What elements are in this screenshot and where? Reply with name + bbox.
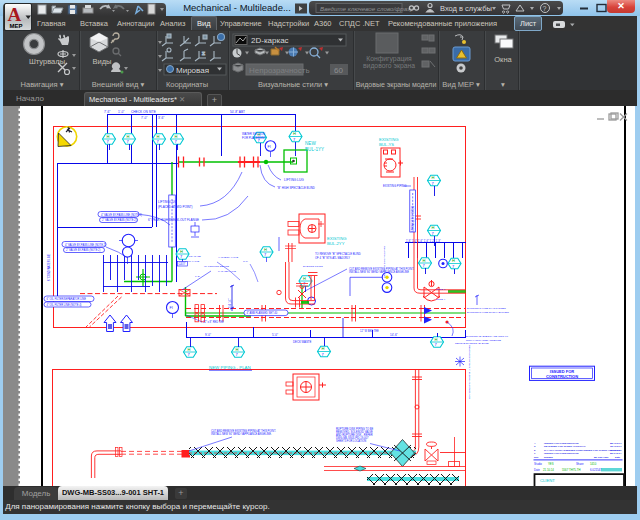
svg-text:FI: FI bbox=[170, 306, 173, 310]
svg-text:2D-каркас: 2D-каркас bbox=[251, 36, 289, 45]
svg-text:DECK WASTE: DECK WASTE bbox=[293, 340, 312, 344]
svg-text:60: 60 bbox=[334, 66, 343, 75]
svg-text:2" VALVE BY-PASS (NOTE 2): 2" VALVE BY-PASS (NOTE 2) bbox=[102, 218, 137, 222]
svg-text:SPRINKLER SYSTEM: SPRINKLER SYSTEM bbox=[411, 206, 415, 232]
svg-text:25.JAN.14: 25.JAN.14 bbox=[610, 452, 622, 455]
svg-text:?: ? bbox=[543, 5, 547, 12]
svg-text:EXISTING 8" LINE T8 RFVAEX8-85: EXISTING 8" LINE T8 RFVAEX8-85N bbox=[467, 311, 509, 314]
svg-text:5'-0": 5'-0" bbox=[272, 333, 278, 337]
svg-text:12" W BED TEE: 12" W BED TEE bbox=[360, 329, 379, 333]
svg-text:ISSUED FOR CONSTRUCTION: ISSUED FOR CONSTRUCTION bbox=[544, 452, 579, 455]
svg-text:50'-8" ABT: 50'-8" ABT bbox=[230, 110, 245, 114]
svg-text:INSTALL NEW 90" BEND VAPPLIANC: INSTALL NEW 90" BEND VAPPLIANCE ANGELINE bbox=[349, 270, 409, 274]
svg-text:3'-0": 3'-0" bbox=[243, 260, 248, 263]
svg-text:Введите ключевое слово/фразу: Введите ключевое слово/фразу bbox=[320, 5, 414, 12]
svg-text:4" OIL FILTER LINE (NOTE 4): 4" OIL FILTER LINE (NOTE 4) bbox=[47, 303, 82, 307]
svg-text:By Chk Appr: By Chk Appr bbox=[594, 456, 608, 459]
svg-text:Непрозрачность: Непрозрачность bbox=[249, 66, 310, 75]
svg-text:CUT AND REMOVE EXISTING PIPING: CUT AND REMOVE EXISTING PIPING AT THIS P… bbox=[349, 267, 414, 271]
svg-text:NEW: NEW bbox=[305, 141, 316, 146]
svg-text:(PLACED AT MID POINT): (PLACED AT MID POINT) bbox=[158, 205, 193, 209]
svg-text:REMOVE EXISTING 4" ELBOW AND R: REMOVE EXISTING 4" ELBOW AND REPLACE bbox=[468, 345, 471, 399]
svg-text:4" VALVE BY-PASS LINE (NOTE 2): 4" VALVE BY-PASS LINE (NOTE 2) bbox=[65, 243, 106, 247]
svg-text:BUL-YS: BUL-YS bbox=[379, 142, 394, 147]
svg-text:21.10.14: 21.10.14 bbox=[543, 468, 554, 472]
svg-text:1'-0": 1'-0" bbox=[118, 110, 124, 114]
svg-text:5567 TH75-TH: 5567 TH75-TH bbox=[562, 468, 580, 472]
svg-text:1'-6" 1'-0" 1'-6" 1'-6" 1'-2": 1'-6" 1'-0" 1'-6" 1'-6" 1'-2" 1'-3" bbox=[406, 239, 441, 243]
svg-text:LIFTING LUG: LIFTING LUG bbox=[158, 200, 177, 204]
svg-text:Share: Share bbox=[576, 462, 584, 466]
svg-text:z: z bbox=[202, 50, 205, 56]
svg-text:CHECK ON SITE: CHECK ON SITE bbox=[131, 110, 156, 114]
svg-text:12" x 8" RED TEE: 12" x 8" RED TEE bbox=[203, 320, 224, 324]
svg-text:"B" HIGH SPECTACLE BLIND: "B" HIGH SPECTACLE BLIND bbox=[277, 186, 315, 190]
svg-text:1'-2": 1'-2" bbox=[195, 275, 200, 278]
svg-text:6" COND WATER LINE: 6" COND WATER LINE bbox=[47, 254, 51, 281]
svg-text:OF 4 "B" NTS ATL MAJORLY: OF 4 "B" NTS ATL MAJORLY bbox=[315, 256, 350, 260]
svg-text:EXISTING PIPING: EXISTING PIPING bbox=[383, 184, 406, 188]
svg-text:NOTE 4: NOTE 4 bbox=[436, 298, 446, 301]
svg-text:REMOVE EXISTING "B" BLIND: REMOVE EXISTING "B" BLIND bbox=[455, 342, 489, 345]
svg-text:Вход в службы: Вход в службы bbox=[440, 4, 492, 13]
svg-text:Reason: Reason bbox=[544, 456, 553, 459]
svg-text:6" PEAK HIGH BREAK-OUT FLANGE: 6" PEAK HIGH BREAK-OUT FLANGE bbox=[148, 218, 199, 222]
svg-text:6.021547: 6.021547 bbox=[590, 468, 602, 472]
svg-text:EXISTING 8" LINE THAN 5 RISER: EXISTING 8" LINE THAN 5 RISER bbox=[467, 307, 506, 310]
svg-text:Date: Date bbox=[615, 456, 621, 459]
svg-text:7'-0": 7'-0" bbox=[141, 116, 147, 120]
svg-text:BUL-2YY: BUL-2YY bbox=[327, 241, 345, 246]
svg-text:4" CHECK VALVE: 4" CHECK VALVE bbox=[218, 256, 238, 259]
svg-text:5'-6 1/4": 5'-6 1/4" bbox=[228, 298, 232, 308]
svg-text:14'-6": 14'-6" bbox=[390, 333, 398, 337]
svg-text:4" VALVE BY-PASS LINE (NOTE 2): 4" VALVE BY-PASS LINE (NOTE 2) bbox=[101, 213, 142, 217]
svg-text:Мировая: Мировая bbox=[176, 66, 209, 75]
svg-text:4" ANB FLANGED SET 40: 4" ANB FLANGED SET 40 bbox=[247, 311, 278, 315]
svg-text:A: A bbox=[8, 4, 22, 25]
svg-text:C4O7: C4O7 bbox=[179, 262, 186, 266]
svg-text:LIFTING LUG: LIFTING LUG bbox=[284, 178, 304, 182]
svg-text:7'-6": 7'-6" bbox=[104, 110, 110, 114]
svg-text:2" VALVE BY-PASS (NOTE 2): 2" VALVE BY-PASS (NOTE 2) bbox=[66, 248, 101, 252]
svg-text:INSTALL NEW 90" BEND VAPPLIANC: INSTALL NEW 90" BEND VAPPLIANCE ANGELINE… bbox=[211, 432, 272, 436]
svg-text:MEP: MEP bbox=[10, 23, 23, 29]
svg-text:1410: 1410 bbox=[590, 462, 597, 466]
svg-text:YES: YES bbox=[548, 462, 554, 466]
svg-text:6" GATE VALVE: 6" GATE VALVE bbox=[218, 270, 236, 273]
svg-text:1: 1 bbox=[534, 452, 536, 455]
svg-text:BUL-1YY: BUL-1YY bbox=[305, 147, 324, 152]
svg-text:EXISTING "B" ELBOW AND INSTALL: EXISTING "B" ELBOW AND INSTALL bbox=[466, 335, 509, 338]
svg-text:FI: FI bbox=[268, 145, 271, 149]
svg-text:Date: Date bbox=[534, 468, 540, 472]
svg-text:EXISTING PIPING: EXISTING PIPING bbox=[303, 265, 323, 268]
svg-text:Rev: Rev bbox=[534, 456, 539, 459]
svg-text:Studio: Studio bbox=[534, 462, 542, 466]
svg-text:SHEET3 FOR LOCATION: SHEET3 FOR LOCATION bbox=[336, 439, 366, 443]
svg-text:CUT AND REMOVE EXISTING PIPING: CUT AND REMOVE EXISTING PIPING AT THIS P… bbox=[211, 429, 276, 433]
svg-text:CONSTRUCTION: CONSTRUCTION bbox=[546, 374, 578, 379]
svg-text:9'-0": 9'-0" bbox=[205, 333, 211, 337]
svg-text:TO REMOVE "B" SPECTACLE BLIND: TO REMOVE "B" SPECTACLE BLIND bbox=[315, 252, 361, 256]
svg-text:6" OIL FILTER/SEPARATOR LINE: 6" OIL FILTER/SEPARATOR LINE bbox=[47, 297, 87, 301]
svg-text:FOR PLACEMENT: FOR PLACEMENT bbox=[242, 136, 266, 140]
svg-text:CLIENT: CLIENT bbox=[540, 478, 555, 483]
svg-text:NOTE 7: NOTE 7 bbox=[436, 288, 446, 291]
svg-text:3'-6": 3'-6" bbox=[158, 116, 164, 120]
svg-text:NEW PIPING - PLAN: NEW PIPING - PLAN bbox=[209, 365, 251, 370]
